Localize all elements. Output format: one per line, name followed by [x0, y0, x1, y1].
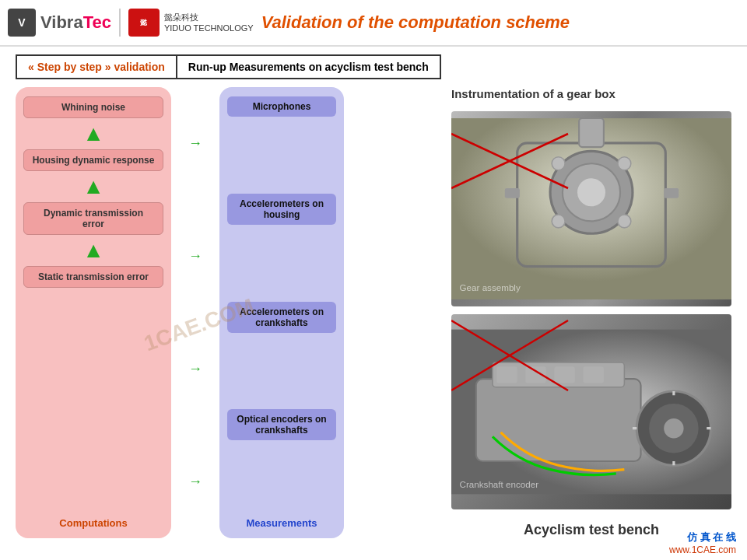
svg-rect-17 — [525, 366, 545, 383]
svg-rect-9 — [579, 118, 604, 147]
vibratec-vib: Vibra — [40, 12, 83, 33]
arrow-up-1: ▲ — [82, 123, 104, 145]
microphones-label: Microphones — [253, 101, 311, 112]
yiduo-icon: 懿 — [128, 9, 160, 37]
arrow-up-3: ▲ — [82, 240, 104, 261]
accel-crank-box: Accelerometers on crankshafts — [227, 302, 336, 333]
footer-url: www.1CAE.com — [669, 544, 736, 555]
svg-point-4 — [552, 157, 565, 170]
svg-point-6 — [618, 215, 631, 228]
svg-text:Gear assembly: Gear assembly — [460, 282, 521, 292]
content-row: Whining noise ▲ Housing dynamic response… — [16, 87, 731, 538]
computations-label: Computations — [59, 517, 127, 529]
optical-box: Optical encoders on crankshafts — [227, 409, 336, 440]
svg-point-7 — [552, 215, 565, 228]
svg-rect-18 — [554, 366, 574, 383]
optical-label: Optical encoders on crankshafts — [237, 414, 326, 436]
static-transmission-label: Static transmission error — [38, 271, 149, 282]
yiduo-char: 懿 — [140, 18, 147, 28]
middle-arrows: → → → → — [184, 87, 207, 538]
page-title: Validation of the computation scheme — [261, 12, 739, 33]
gearbox-svg: Gear assembly — [451, 111, 731, 306]
yiduo-text: 懿朵科技YIDUO TECHNOLOGY — [164, 12, 254, 34]
svg-rect-16 — [496, 366, 517, 383]
horiz-arrow-2: → — [188, 248, 202, 264]
diagram-area: Whining noise ▲ Housing dynamic response… — [16, 87, 436, 538]
measurements-label: Measurements — [246, 517, 317, 529]
static-transmission-box: Static transmission error — [23, 266, 163, 288]
arrow-up-2: ▲ — [82, 176, 104, 198]
vibratec-tec: Tec — [83, 12, 111, 33]
horiz-arrow-1: → — [188, 135, 202, 152]
svg-rect-11 — [664, 188, 679, 198]
dynamic-transmission-label: Dynamic transmission error — [44, 208, 143, 229]
accel-crank-label: Accelerometers on crankshafts — [240, 306, 324, 328]
step-validation-label: « Step by step » validation — [16, 54, 177, 79]
microphones-box: Microphones — [227, 96, 336, 117]
gearbox-photo: Gear assembly — [451, 111, 731, 306]
vibratec-icon: V — [8, 9, 36, 37]
svg-point-22 — [664, 418, 683, 438]
header: V VibraTec 懿 懿朵科技YIDUO TECHNOLOGY Valida… — [0, 0, 747, 47]
svg-point-3 — [577, 177, 606, 207]
horiz-arrow-4: → — [188, 474, 202, 490]
whining-noise-label: Whining noise — [61, 102, 125, 113]
runup-label: Run-up Measurements on acyclism test ben… — [177, 54, 441, 79]
subheader: « Step by step » validation Run-up Measu… — [16, 54, 731, 79]
engine-svg: Crankshaft encoder — [451, 314, 731, 509]
vibratec-logo: V VibraTec — [8, 9, 111, 37]
svg-rect-10 — [505, 188, 520, 198]
yiduo-logo: 懿 懿朵科技YIDUO TECHNOLOGY — [119, 9, 254, 37]
housing-dynamic-box: Housing dynamic response — [23, 149, 163, 171]
svg-rect-14 — [476, 379, 641, 461]
horiz-arrow-3: → — [188, 361, 202, 377]
instrumentation-label: Instrumentation of a gear box — [451, 87, 731, 100]
footer: 仿 真 在 线 www.1CAE.com — [669, 530, 736, 555]
housing-dynamic-label: Housing dynamic response — [33, 155, 155, 166]
svg-text:Crankshaft encoder: Crankshaft encoder — [460, 479, 539, 489]
whining-noise-box: Whining noise — [23, 96, 163, 118]
engine-photo: Crankshaft encoder — [451, 314, 731, 509]
svg-rect-19 — [583, 366, 603, 383]
main-content: « Step by step » validation Run-up Measu… — [0, 47, 747, 546]
photos-area: Instrumentation of a gear box — [451, 87, 731, 538]
left-column: Whining noise ▲ Housing dynamic response… — [16, 87, 171, 538]
right-column: Microphones Accelerometers on housing Ac… — [219, 87, 344, 538]
svg-point-5 — [618, 157, 631, 170]
footer-chinese: 仿 真 在 线 — [669, 530, 736, 544]
accel-housing-label: Accelerometers on housing — [240, 198, 324, 220]
accel-housing-box: Accelerometers on housing — [227, 194, 336, 225]
dynamic-transmission-box: Dynamic transmission error — [23, 202, 163, 235]
